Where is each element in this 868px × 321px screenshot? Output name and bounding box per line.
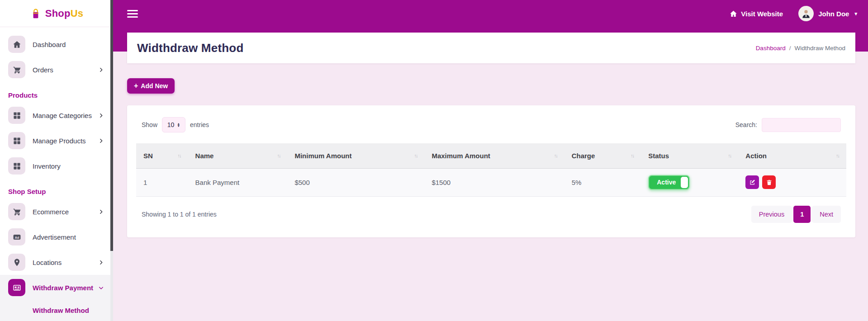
select-spinner-icon: ▲▼: [177, 123, 180, 127]
brand-name: ShopUs: [45, 8, 83, 19]
cell-sn: 1: [136, 168, 188, 196]
sidebar-item-label: Inventory: [33, 162, 104, 170]
table-header-row: SN↑↓Name↑↓Minimum Amount↑↓Maximum Amount…: [136, 143, 846, 168]
hamburger-menu-icon[interactable]: [127, 10, 138, 18]
column-header-minimum_amount[interactable]: Minimum Amount↑↓: [287, 143, 424, 168]
home-icon: [730, 10, 737, 18]
sidebar-item-label: Withdraw Payment: [33, 284, 98, 292]
cart-icon: [8, 203, 25, 220]
home-icon: [8, 36, 25, 53]
sidebar-item-advertisement[interactable]: AdAdvertisement: [0, 224, 113, 250]
page-size-select[interactable]: 10 ▲▼: [162, 117, 185, 132]
sidebar-item-locations[interactable]: Locations: [0, 250, 113, 275]
sort-icon: ↑↓: [728, 153, 731, 158]
brand-logo[interactable]: ShopUs: [0, 0, 113, 27]
sidebar-item-manage-products[interactable]: Manage Products: [0, 128, 113, 153]
column-header-maximum_amount[interactable]: Maximum Amount↑↓: [424, 143, 564, 168]
pagination-previous-button[interactable]: Previous: [751, 206, 792, 223]
pagination-page-1-button[interactable]: 1: [793, 206, 811, 223]
cell-status: Active: [641, 168, 738, 196]
sidebar-scrollbar-thumb[interactable]: [110, 0, 113, 251]
sidebar-item-ecommerce[interactable]: Ecommerce: [0, 199, 113, 224]
column-label: Charge: [572, 152, 595, 160]
sidebar-item-withdraw-payment[interactable]: Withdraw Payment: [0, 275, 113, 300]
add-new-label: Add New: [141, 82, 168, 90]
sidebar: ShopUs DashboardOrdersProductsManage Cat…: [0, 0, 113, 321]
user-name: John Doe: [818, 10, 849, 18]
sort-icon: ↑↓: [836, 153, 839, 158]
trash-icon: [766, 179, 773, 186]
withdraw-method-table: SN↑↓Name↑↓Minimum Amount↑↓Maximum Amount…: [136, 143, 846, 197]
cell-charge: 5%: [564, 168, 641, 196]
visit-website-label: Visit Website: [741, 10, 783, 18]
pin-icon: [8, 254, 25, 271]
edit-icon: [749, 179, 756, 186]
table-info: Showing 1 to 1 of 1 entries: [142, 211, 217, 218]
page-header: Widthdraw Method Dashboard / Widthdraw M…: [127, 33, 855, 63]
chevron-right-icon: [98, 67, 104, 73]
show-label: Show: [142, 121, 157, 128]
sidebar-item-manage-categories[interactable]: Manage Categories: [0, 103, 113, 128]
breadcrumb-separator: /: [789, 45, 791, 52]
status-label: Active: [649, 179, 676, 186]
breadcrumb-dashboard-link[interactable]: Dashboard: [756, 45, 786, 52]
sort-icon: ↑↓: [631, 153, 634, 158]
sort-icon: ↑↓: [414, 153, 417, 158]
chevron-right-icon: [98, 138, 104, 144]
breadcrumb-current: Widthdraw Method: [794, 45, 845, 52]
sidebar-subitem-withdraw-method[interactable]: Withdraw Method: [0, 300, 113, 320]
column-label: SN: [143, 152, 153, 160]
column-header-action[interactable]: Action↑↓: [738, 143, 846, 168]
column-label: Minimum Amount: [294, 152, 351, 160]
sidebar-item-dashboard[interactable]: Dashboard: [0, 32, 113, 57]
sidebar-nav: DashboardOrdersProductsManage Categories…: [0, 27, 113, 321]
sort-icon: ↑↓: [178, 153, 181, 158]
sidebar-item-label: Orders: [33, 66, 98, 74]
edit-button[interactable]: [745, 175, 759, 189]
sort-icon: ↑↓: [277, 153, 280, 158]
cart-icon: [8, 61, 25, 78]
column-header-charge[interactable]: Charge↑↓: [564, 143, 641, 168]
user-menu[interactable]: John Doe ▾: [798, 6, 857, 21]
plus-icon: +: [134, 82, 138, 90]
sidebar-item-label: Dashboard: [33, 41, 104, 48]
sidebar-item-label: Manage Products: [33, 137, 98, 145]
avatar: [798, 6, 814, 21]
sidebar-section-products: Products: [0, 82, 113, 103]
column-header-status[interactable]: Status↑↓: [641, 143, 738, 168]
cell-maximum_amount: $1500: [424, 168, 564, 196]
chevron-right-icon: [98, 113, 104, 118]
svg-text:Ad: Ad: [14, 236, 19, 239]
sidebar-item-orders[interactable]: Orders: [0, 57, 113, 82]
search-label: Search:: [735, 121, 757, 128]
grid-icon: [8, 132, 25, 149]
shopping-bag-icon: [30, 8, 42, 19]
sidebar-section-shop-setup: Shop Setup: [0, 179, 113, 199]
sidebar-item-label: Locations: [33, 259, 98, 266]
status-toggle[interactable]: Active: [648, 175, 690, 190]
card-icon: [8, 279, 25, 296]
column-label: Status: [648, 152, 669, 160]
chevron-right-icon: [98, 260, 104, 265]
visit-website-link[interactable]: Visit Website: [730, 10, 783, 18]
grid-icon: [8, 107, 25, 124]
chevron-down-icon: [98, 285, 104, 291]
chevron-right-icon: [98, 209, 104, 215]
search-input[interactable]: [762, 118, 841, 132]
caret-down-icon: ▾: [854, 11, 857, 17]
column-label: Action: [745, 152, 767, 160]
add-new-button[interactable]: + Add New: [127, 78, 175, 94]
sort-icon: ↑↓: [554, 153, 557, 158]
breadcrumb: Dashboard / Widthdraw Method: [756, 45, 845, 52]
pagination-next-button[interactable]: Next: [812, 206, 841, 223]
column-header-sn[interactable]: SN↑↓: [136, 143, 188, 168]
sidebar-item-label: Manage Categories: [33, 112, 98, 119]
page-title: Widthdraw Method: [137, 41, 244, 55]
sidebar-item-inventory[interactable]: Inventory: [0, 153, 113, 179]
page-size-value: 10: [167, 121, 175, 128]
sidebar-item-label: Advertisement: [33, 233, 104, 241]
delete-button[interactable]: [762, 175, 776, 189]
column-header-name[interactable]: Name↑↓: [188, 143, 288, 168]
table-row: 1Bank Payment$500$15005%Active: [136, 168, 846, 196]
sidebar-item-label: Ecommerce: [33, 208, 98, 216]
